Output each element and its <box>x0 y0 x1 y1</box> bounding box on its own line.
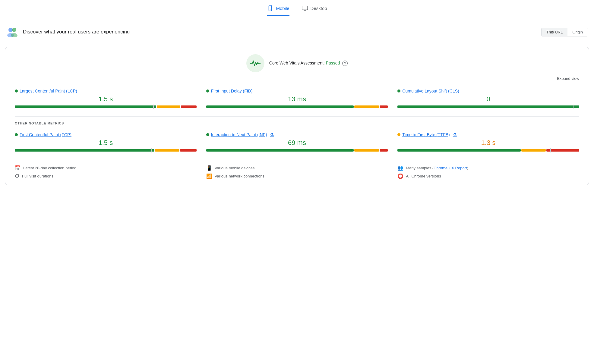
heartbeat-icon <box>250 58 261 69</box>
footer-info: 📅 Latest 28-day collection period 📱 Vari… <box>15 160 579 179</box>
footer-text: All Chrome versions <box>406 174 441 178</box>
metric-inp-bar <box>206 149 388 152</box>
metric-ttfb-dot <box>397 133 400 136</box>
tab-desktop[interactable]: Desktop <box>302 5 327 16</box>
main-card: Core Web Vitals Assessment: Passed ? Exp… <box>5 47 589 185</box>
other-metrics-label: OTHER NOTABLE METRICS <box>15 121 579 125</box>
core-metrics-grid: Largest Contentful Paint (LCP) 1.5 s Fir… <box>15 86 579 110</box>
metric-cls: Cumulative Layout Shift (CLS) 0 <box>397 86 579 110</box>
other-metrics-grid: First Contentful Paint (FCP) 1.5 s Inter… <box>15 130 579 154</box>
mobile-icon <box>267 5 273 11</box>
cwv-title: Core Web Vitals Assessment: <box>269 61 325 65</box>
tab-mobile-label: Mobile <box>276 6 289 11</box>
metric-fcp-label[interactable]: First Contentful Paint (FCP) <box>15 132 197 137</box>
footer-item: ⏱ Full visit durations <box>15 173 197 179</box>
footer-icon: ⏱ <box>15 174 20 179</box>
metric-cls-bar <box>397 105 579 108</box>
cwv-title-wrap: Core Web Vitals Assessment: Passed ? <box>269 61 348 66</box>
svg-point-9 <box>257 62 259 64</box>
metric-fcp-bar <box>15 149 197 152</box>
footer-item: 👥 Many samples (Chrome UX Report) <box>397 165 579 171</box>
footer-icon: 📱 <box>206 165 212 171</box>
metric-cls-label[interactable]: Cumulative Layout Shift (CLS) <box>397 89 579 93</box>
expand-view-label[interactable]: Expand view <box>557 76 579 81</box>
metric-lcp-bar <box>15 105 197 108</box>
svg-rect-2 <box>302 6 307 10</box>
metric-lcp-value: 1.5 s <box>15 95 197 103</box>
origin-button[interactable]: Origin <box>567 28 588 36</box>
metric-inp-label[interactable]: Interaction to Next Paint (INP)⚗ <box>206 132 388 137</box>
footer-item: 📅 Latest 28-day collection period <box>15 165 197 171</box>
footer-icon: 👥 <box>397 165 403 171</box>
footer-item: ⭕ All Chrome versions <box>397 173 579 179</box>
svg-point-8 <box>11 33 17 37</box>
metric-lcp-dot <box>15 89 18 93</box>
footer-text: Latest 28-day collection period <box>23 166 76 170</box>
metric-ttfb: Time to First Byte (TTFB)⚗ 1.3 s <box>397 130 579 154</box>
metric-fid-label[interactable]: First Input Delay (FID) <box>206 89 388 93</box>
tab-bar: Mobile Desktop <box>0 0 594 16</box>
tab-mobile[interactable]: Mobile <box>267 5 289 16</box>
metric-ttfb-label[interactable]: Time to First Byte (TTFB)⚗ <box>397 132 579 137</box>
cwv-header: Core Web Vitals Assessment: Passed ? <box>15 54 579 72</box>
metric-lcp: Largest Contentful Paint (LCP) 1.5 s <box>15 86 197 110</box>
this-url-button[interactable]: This URL <box>542 28 567 36</box>
footer-icon: 📅 <box>15 165 21 171</box>
url-origin-toggle: This URL Origin <box>541 28 588 36</box>
cwv-status: Passed <box>326 61 340 65</box>
footer-text: Various mobile devices <box>215 166 255 170</box>
footer-text: Full visit durations <box>22 174 53 178</box>
footer-item: 📱 Various mobile devices <box>206 165 388 171</box>
svg-point-6 <box>12 28 16 32</box>
metric-fcp-value: 1.5 s <box>15 139 197 147</box>
users-icon <box>6 26 19 38</box>
metric-fid-dot <box>206 89 209 93</box>
discover-text: Discover what your real users are experi… <box>23 29 130 35</box>
lab-icon: ⚗ <box>270 132 274 137</box>
lab-icon: ⚗ <box>453 132 457 137</box>
metric-fid-bar <box>206 105 388 108</box>
cwv-help-icon[interactable]: ? <box>342 61 348 66</box>
metric-cls-dot <box>397 89 400 93</box>
metric-ttfb-value: 1.3 s <box>397 139 579 147</box>
metric-inp-dot <box>206 133 209 136</box>
metric-fid: First Input Delay (FID) 13 ms <box>206 86 388 110</box>
metrics-divider <box>15 116 579 117</box>
discover-left: Discover what your real users are experi… <box>6 26 130 38</box>
footer-icon: ⭕ <box>397 173 403 179</box>
metric-cls-value: 0 <box>397 95 579 103</box>
discover-bar: Discover what your real users are experi… <box>0 22 594 42</box>
metric-ttfb-bar <box>397 149 579 152</box>
metric-inp-value: 69 ms <box>206 139 388 147</box>
footer-item: 📶 Various network connections <box>206 173 388 179</box>
footer-link[interactable]: Chrome UX Report <box>434 166 467 170</box>
metric-inp: Interaction to Next Paint (INP)⚗ 69 ms <box>206 130 388 154</box>
footer-icon: 📶 <box>206 173 212 179</box>
metric-fcp: First Contentful Paint (FCP) 1.5 s <box>15 130 197 154</box>
tab-desktop-label: Desktop <box>311 6 327 11</box>
expand-view: Expand view <box>15 76 579 81</box>
footer-text: Various network connections <box>215 174 264 178</box>
metric-fid-value: 13 ms <box>206 95 388 103</box>
svg-point-5 <box>8 28 13 32</box>
metric-fcp-dot <box>15 133 18 136</box>
footer-text: Many samples (Chrome UX Report) <box>406 166 468 170</box>
cwv-icon-circle <box>246 54 264 72</box>
metric-lcp-label[interactable]: Largest Contentful Paint (LCP) <box>15 89 197 93</box>
desktop-icon <box>302 5 308 11</box>
